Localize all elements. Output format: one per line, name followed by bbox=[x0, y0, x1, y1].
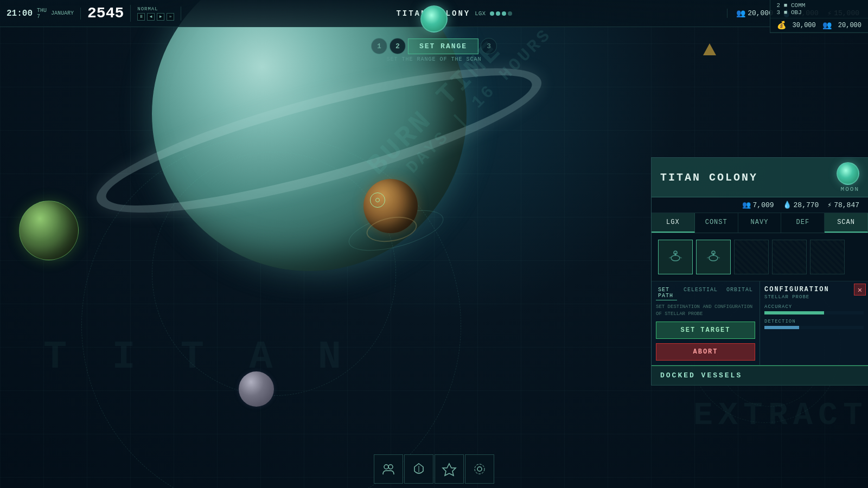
panel-beacon-wrap: MOON bbox=[837, 162, 859, 192]
fast-forward-btn[interactable]: » bbox=[167, 13, 174, 21]
panel-header: TITAN COLONY MOON bbox=[652, 158, 868, 197]
people-icon bbox=[381, 461, 396, 477]
docked-vessels-title: DOCKED VESSELS bbox=[660, 371, 859, 380]
credits-value: 30,000 bbox=[793, 22, 816, 29]
step-1-circle[interactable]: 1 bbox=[371, 38, 387, 54]
tab-const[interactable]: CONST bbox=[695, 213, 738, 233]
fleet-icon bbox=[442, 461, 457, 477]
settings-icon bbox=[472, 461, 487, 477]
bottom-btn-fleet[interactable] bbox=[435, 454, 464, 484]
slot-5[interactable] bbox=[810, 240, 845, 274]
svg-point-11 bbox=[388, 465, 393, 469]
top-right-row1: 2 ■ COMM 3 ■ OBJ bbox=[770, 0, 868, 18]
top-right-hud: 2 ■ COMM 3 ■ OBJ 💰 30,000 👥 20,000 bbox=[770, 0, 868, 33]
panel-moon-label: MOON bbox=[841, 186, 859, 192]
svg-point-0 bbox=[671, 255, 680, 261]
svg-point-12 bbox=[477, 467, 482, 471]
dot-2 bbox=[496, 11, 500, 16]
tab-lgx[interactable]: LGX bbox=[652, 213, 695, 233]
crosshair-inner bbox=[375, 198, 380, 202]
top-right-row2: 💰 30,000 👥 20,000 bbox=[770, 18, 868, 33]
probe-icon-2 bbox=[705, 248, 722, 266]
panel-res-pop: 👥 7,009 bbox=[742, 201, 774, 209]
detection-bar-bg bbox=[764, 326, 864, 329]
hud-speed: NORMAL ⏸ ◄ ► » bbox=[131, 7, 181, 21]
panel-res-energy: ⚡ 78,847 bbox=[827, 201, 859, 209]
speed-controls: ⏸ ◄ ► » bbox=[137, 13, 174, 21]
forward-btn[interactable]: ► bbox=[157, 13, 164, 21]
dot-1 bbox=[490, 11, 494, 16]
panel-pop-value: 7,009 bbox=[753, 201, 774, 209]
dot-4 bbox=[508, 11, 512, 16]
step-3-circle[interactable]: 3 bbox=[481, 38, 497, 54]
rewind-btn[interactable]: ◄ bbox=[147, 13, 155, 21]
points-icon: 👥 bbox=[822, 21, 832, 30]
accuracy-bar-fill bbox=[764, 311, 824, 314]
bottom-btn-settings[interactable] bbox=[465, 454, 494, 484]
close-button[interactable]: ✕ bbox=[854, 284, 866, 296]
accuracy-bar-bg bbox=[764, 311, 864, 314]
hud-year: 2545 bbox=[81, 5, 131, 22]
resource-pop: 👥 20,000 bbox=[736, 9, 773, 18]
ship-icon bbox=[411, 461, 426, 477]
panel-energy-icon: ⚡ bbox=[827, 201, 832, 209]
tab-navy[interactable]: NAVY bbox=[738, 213, 782, 233]
bottom-taskbar bbox=[369, 450, 499, 488]
pause-btn[interactable]: ⏸ bbox=[137, 13, 145, 21]
slot-2[interactable] bbox=[696, 240, 731, 274]
right-panel: TITAN COLONY MOON 👥 7,009 💧 28,770 ⚡ 78,… bbox=[651, 157, 868, 386]
sub-tabs: SET PATH CELESTIAL ORBITAL bbox=[656, 286, 755, 300]
points-value: 20,000 bbox=[838, 22, 861, 29]
probe-icon-1 bbox=[667, 248, 684, 266]
config-title: CONFIGURATION bbox=[764, 286, 864, 293]
hud-month: JANUARY bbox=[51, 10, 74, 16]
panel-res-water: 💧 28,770 bbox=[783, 201, 819, 209]
bottom-btn-people[interactable] bbox=[374, 454, 403, 484]
svg-point-5 bbox=[709, 255, 718, 261]
panel-energy-value: 78,847 bbox=[834, 201, 859, 209]
sub-panel-right: ✕ CONFIGURATION STELLAR PROBE ACCURACY D… bbox=[760, 281, 868, 365]
colony-beacon-top[interactable] bbox=[420, 5, 448, 33]
colony-lgx: LGX bbox=[475, 10, 486, 17]
slot-3[interactable] bbox=[734, 240, 769, 274]
bottom-btn-shield[interactable] bbox=[404, 454, 433, 484]
subtab-orbital[interactable]: ORBITAL bbox=[724, 286, 755, 300]
step-2-circle[interactable]: 2 bbox=[390, 38, 406, 54]
sub-panel-left: SET PATH CELESTIAL ORBITAL SET DESTINATI… bbox=[652, 281, 760, 365]
abort-button[interactable]: ABORT bbox=[656, 343, 755, 361]
panel-slots bbox=[652, 233, 868, 281]
detection-label: DETECTION bbox=[764, 319, 864, 324]
svg-point-13 bbox=[475, 464, 484, 474]
step-description: SET THE RANGE OF THE SCAN bbox=[386, 56, 481, 62]
panel-beacon bbox=[837, 162, 859, 185]
titan-watermark: T I T A N bbox=[43, 335, 352, 380]
hud-clock: 21:00 bbox=[7, 9, 33, 18]
config-sub: STELLAR PROBE bbox=[764, 294, 864, 300]
tab-scan[interactable]: SCAN bbox=[825, 213, 868, 233]
tab-def[interactable]: DEF bbox=[781, 213, 825, 233]
panel-water-value: 28,770 bbox=[794, 201, 819, 209]
credits-icon: 💰 bbox=[777, 21, 786, 30]
slot-1[interactable] bbox=[658, 240, 693, 274]
subtab-set-path[interactable]: SET PATH bbox=[656, 286, 677, 300]
panel-pop-icon: 👥 bbox=[742, 201, 751, 209]
targeting-crosshair bbox=[370, 192, 385, 208]
panel-resources: 👥 7,009 💧 28,770 ⚡ 78,847 bbox=[652, 197, 868, 213]
sub-panel: SET PATH CELESTIAL ORBITAL SET DESTINATI… bbox=[652, 281, 868, 365]
subtab-celestial[interactable]: CELESTIAL bbox=[681, 286, 720, 300]
panel-tabs: LGX CONST NAVY DEF SCAN bbox=[652, 213, 868, 233]
nav-direction-marker bbox=[703, 43, 716, 55]
dot-3 bbox=[502, 11, 506, 16]
hud-time-section: 21:00 THU 7 JANUARY bbox=[0, 8, 81, 20]
set-range-btn[interactable]: SET RANGE bbox=[408, 38, 478, 54]
obj-label: 3 ■ OBJ bbox=[777, 9, 806, 16]
accuracy-label: ACCURACY bbox=[764, 304, 864, 310]
step-wizard: 1 2 SET RANGE 3 SET THE RANGE OF THE SCA… bbox=[371, 38, 497, 62]
detection-bar-fill bbox=[764, 326, 799, 329]
crosshair-circle bbox=[370, 192, 385, 208]
center-hud: TITAN COLONY LGX bbox=[181, 9, 727, 18]
set-target-button[interactable]: SET TARGET bbox=[656, 322, 755, 339]
comm-label: 2 ■ COMM bbox=[777, 2, 806, 9]
slot-4[interactable] bbox=[772, 240, 807, 274]
top-hud-bar: 21:00 THU 7 JANUARY 2545 NORMAL ⏸ ◄ ► » … bbox=[0, 0, 868, 27]
